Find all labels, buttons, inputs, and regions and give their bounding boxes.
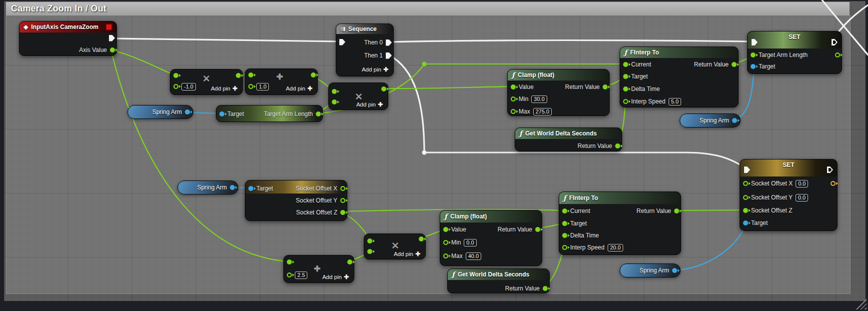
- target-pin[interactable]: [751, 64, 756, 69]
- axis-value-pin[interactable]: [110, 48, 115, 52]
- min-input[interactable]: 0.0: [464, 239, 476, 246]
- target-pin[interactable]: [248, 186, 253, 191]
- node-get-world-delta-seconds-top[interactable]: ƒ Get World Delta Seconds Return Value: [515, 128, 622, 152]
- node-inputaxis-camerazoom[interactable]: ◈ InputAxis CameraZoom Axis Value: [19, 21, 117, 56]
- output-pin[interactable]: [311, 72, 316, 78]
- exec-in-pin[interactable]: [744, 166, 750, 173]
- node-set-target-arm-length[interactable]: SET Target Arm Length Target: [747, 31, 842, 74]
- exec-out-pin[interactable]: [832, 39, 838, 46]
- then0-exec-pin[interactable]: [386, 40, 392, 46]
- return-value-pin[interactable]: [732, 62, 737, 67]
- interp-speed-pin[interactable]: [623, 99, 628, 104]
- target-pin[interactable]: [219, 112, 224, 116]
- output-value-pin[interactable]: [835, 52, 840, 58]
- node-title: FInterp To: [630, 49, 659, 56]
- delta-time-pin[interactable]: [562, 233, 567, 238]
- node-multiply-bottom[interactable]: ✕ Add pin✚: [364, 234, 426, 260]
- target-pin[interactable]: [743, 220, 748, 226]
- node-get-target-arm-length[interactable]: Target Target Arm Length: [216, 105, 323, 122]
- min-pin[interactable]: [443, 240, 448, 245]
- node-set-socket-offset[interactable]: SET Socket Offset X 0.0 Socket Offset Y …: [740, 159, 838, 231]
- socket-offset-x-pin[interactable]: [743, 181, 748, 186]
- output-pin[interactable]: [236, 73, 241, 78]
- interp-speed-pin[interactable]: [562, 245, 567, 250]
- current-pin[interactable]: [623, 62, 628, 67]
- node-title: Clamp (float): [518, 72, 554, 78]
- socket-offset-x-pin[interactable]: [340, 186, 345, 191]
- min-input[interactable]: 30.0: [531, 96, 547, 103]
- variable-spring-arm-3[interactable]: Spring Arm: [177, 180, 238, 194]
- node-clamp-float-top[interactable]: ƒ Clamp (float) Value Return Value Min 3…: [507, 69, 610, 116]
- add-pin-button[interactable]: Add pin✚: [394, 250, 420, 258]
- node-get-world-delta-seconds-bottom[interactable]: ƒ Get World Delta Seconds Return Value: [447, 268, 550, 294]
- max-input[interactable]: 40.0: [466, 252, 481, 260]
- output-pin[interactable]: [381, 86, 386, 92]
- input-pin-a[interactable]: [248, 72, 253, 78]
- min-pin[interactable]: [511, 96, 516, 102]
- spring-arm-out-pin[interactable]: [672, 268, 677, 273]
- node-get-socket-offset[interactable]: Target Socket Offset X Socket Offset Y S…: [245, 180, 347, 221]
- target-pin[interactable]: [623, 74, 628, 79]
- add-pin-button[interactable]: Add pin✚: [211, 85, 237, 92]
- socket-offset-z-pin[interactable]: [340, 210, 345, 215]
- max-pin[interactable]: [443, 254, 448, 258]
- output-value-pin[interactable]: [831, 181, 836, 186]
- pin-label: Target: [631, 73, 648, 80]
- input-pin-a[interactable]: [287, 260, 292, 264]
- node-title: Get World Delta Seconds: [525, 130, 597, 137]
- exec-out-pin[interactable]: [827, 166, 833, 173]
- delta-time-pin[interactable]: [623, 86, 628, 92]
- output-pin[interactable]: [347, 260, 352, 264]
- value-pin[interactable]: [511, 84, 516, 90]
- socket-offset-x-input[interactable]: 0.0: [796, 180, 808, 188]
- socket-offset-y-pin[interactable]: [340, 198, 345, 203]
- spring-arm-out-pin[interactable]: [732, 118, 737, 123]
- node-multiply-mid[interactable]: ✕ Add pin✚: [328, 82, 388, 110]
- output-pin[interactable]: [419, 236, 424, 242]
- current-pin[interactable]: [562, 208, 567, 214]
- add-pin-button[interactable]: Add pin✚: [362, 66, 388, 73]
- interp-speed-input[interactable]: 5.0: [669, 98, 681, 106]
- return-value-pin[interactable]: [603, 84, 608, 90]
- then1-exec-pin[interactable]: [386, 52, 392, 59]
- add-pin-button[interactable]: Add pin✚: [322, 274, 349, 280]
- node-add-bottom[interactable]: 2.5 ✚ Add pin✚: [283, 255, 354, 283]
- interp-speed-input[interactable]: 20.0: [608, 244, 623, 252]
- target-arm-length-pin[interactable]: [751, 52, 756, 58]
- exec-in-pin[interactable]: [752, 39, 758, 46]
- socket-offset-z-pin[interactable]: [743, 208, 748, 213]
- socket-offset-y-pin[interactable]: [743, 195, 748, 200]
- node-finterp-to-bottom[interactable]: ƒ FInterp To Current Return Value Target…: [559, 192, 681, 255]
- return-value-pin[interactable]: [615, 144, 620, 148]
- pin-label: Socket Offset Y: [751, 194, 793, 201]
- socket-offset-y-input[interactable]: 0.0: [796, 194, 808, 202]
- max-input[interactable]: 275.0: [533, 108, 552, 116]
- return-value-pin[interactable]: [543, 286, 548, 291]
- node-add-top[interactable]: 1.0 ✚ Add pin✚: [245, 68, 318, 95]
- target-arm-length-pin[interactable]: [316, 112, 321, 116]
- variable-label: Spring Arm: [197, 184, 227, 191]
- node-finterp-to-top[interactable]: ƒ FInterp To Current Return Value Target…: [620, 46, 739, 108]
- node-sequence[interactable]: ⇉ Sequence Then 0 Then 1 Add pin✚: [336, 24, 394, 76]
- variable-spring-arm-4[interactable]: Spring Arm: [620, 264, 681, 278]
- comment-title[interactable]: Camera Zoom In / Out: [6, 2, 850, 16]
- value-pin[interactable]: [443, 227, 448, 232]
- return-value-pin[interactable]: [674, 208, 679, 214]
- max-pin[interactable]: [511, 109, 516, 114]
- node-multiply-top[interactable]: -1.0 ✕ Add pin✚: [170, 69, 243, 95]
- variable-spring-arm-2[interactable]: Spring Arm: [680, 114, 741, 128]
- spring-arm-out-pin[interactable]: [230, 185, 235, 190]
- spring-arm-out-pin[interactable]: [185, 110, 190, 114]
- node-enabled-indicator[interactable]: [105, 24, 112, 30]
- function-icon: ƒ: [519, 130, 522, 138]
- pin-label: Max: [519, 108, 530, 115]
- add-pin-button[interactable]: Add pin✚: [286, 85, 312, 92]
- variable-spring-arm-1[interactable]: Spring Arm: [127, 105, 193, 119]
- target-pin[interactable]: [562, 221, 567, 226]
- exec-out-pin[interactable]: [109, 35, 115, 42]
- input-pin-a[interactable]: [173, 73, 178, 78]
- add-pin-button[interactable]: Add pin✚: [356, 101, 383, 108]
- wire-finterp2-to-set-socketz[interactable]: [673, 210, 745, 210]
- return-value-pin[interactable]: [535, 227, 540, 232]
- node-clamp-float-bottom[interactable]: ƒ Clamp (float) Value Return Value Min 0…: [440, 210, 542, 266]
